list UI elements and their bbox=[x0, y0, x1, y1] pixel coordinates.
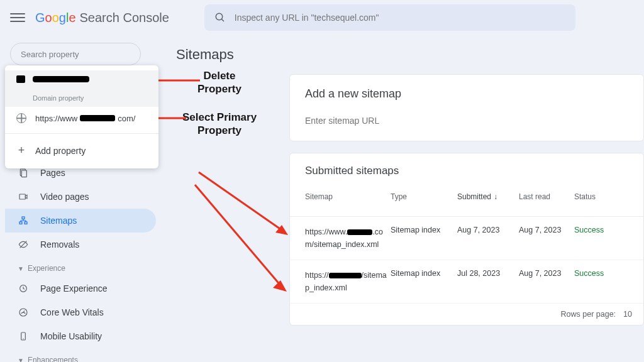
cell-type: Sitemap index bbox=[391, 226, 453, 234]
vitals-icon bbox=[18, 307, 29, 318]
removals-icon bbox=[18, 239, 29, 250]
sort-desc-icon: ↓ bbox=[494, 192, 497, 201]
chevron-down-icon: ▼ bbox=[18, 357, 24, 363]
section-label: Experience bbox=[28, 264, 65, 273]
nav-label: Page Experience bbox=[40, 283, 108, 293]
annotation-delete: DeleteProperty bbox=[197, 69, 242, 96]
search-property-placeholder: Search property bbox=[21, 50, 79, 59]
annotation-select: Select PrimaryProperty bbox=[182, 111, 257, 138]
pages-icon bbox=[18, 167, 29, 178]
svg-marker-21 bbox=[273, 280, 287, 292]
product-logo: Google Search Console bbox=[35, 11, 169, 25]
property-favicon bbox=[16, 75, 25, 83]
cell-submitted: Jul 28, 2023 bbox=[457, 269, 515, 278]
globe-icon bbox=[16, 113, 26, 123]
nav-section-experience[interactable]: ▼ Experience bbox=[5, 256, 156, 277]
add-sitemap-card: Add a new sitemap bbox=[289, 74, 644, 141]
product-name: Search Console bbox=[80, 11, 169, 25]
nav-label: Removals bbox=[40, 239, 79, 250]
svg-rect-4 bbox=[19, 194, 25, 199]
svg-line-1 bbox=[221, 19, 224, 21]
mobile-icon bbox=[18, 331, 29, 342]
cell-status: Success bbox=[574, 226, 622, 234]
cell-sitemap-url: https://www..com/sitemap_index.xml bbox=[305, 226, 387, 251]
sidebar-item-page-experience[interactable]: Page Experience bbox=[5, 277, 156, 300]
video-icon bbox=[18, 191, 29, 202]
svg-line-11 bbox=[23, 310, 25, 312]
sitemaps-icon bbox=[18, 215, 29, 226]
search-property-input[interactable]: Search property bbox=[10, 43, 141, 65]
section-label: Enhancements bbox=[28, 356, 78, 362]
property-dropdown: Domain property https://wwwcom/ + Add pr… bbox=[5, 65, 158, 168]
nav-label: Mobile Usability bbox=[40, 331, 102, 341]
table-header-row: Sitemap Type Submitted↓ Last read Status… bbox=[290, 186, 643, 217]
cell-status: Success bbox=[574, 269, 622, 278]
property-item-url[interactable]: https://wwwcom/ bbox=[5, 107, 158, 129]
sitemap-url-input[interactable] bbox=[305, 113, 628, 128]
cell-last-read: Aug 7, 2023 bbox=[519, 269, 570, 278]
property-item-domain[interactable]: Domain property bbox=[5, 70, 158, 107]
svg-rect-5 bbox=[22, 217, 25, 219]
cell-discovered: 2 bbox=[626, 269, 644, 278]
url-inspect-bar[interactable] bbox=[204, 4, 575, 31]
col-type[interactable]: Type bbox=[391, 192, 453, 201]
table-row[interactable]: https:///sitemap_index.xml Sitemap index… bbox=[290, 260, 643, 304]
nav-label: Pages bbox=[40, 168, 65, 178]
url-inspect-input[interactable] bbox=[235, 13, 565, 23]
col-discovered[interactable]: Discovered page bbox=[626, 192, 644, 210]
cell-discovered: 1 bbox=[626, 226, 644, 234]
property-url-text: https://wwwcom/ bbox=[35, 114, 135, 123]
col-status[interactable]: Status bbox=[574, 192, 622, 201]
add-property-button[interactable]: + Add property bbox=[5, 138, 158, 163]
sidebar-item-mobile-usability[interactable]: Mobile Usability bbox=[5, 324, 156, 348]
add-property-label: Add property bbox=[35, 146, 86, 156]
search-icon bbox=[214, 12, 226, 23]
svg-point-0 bbox=[216, 13, 223, 20]
rows-per-page-label: Rows per page: bbox=[561, 310, 616, 319]
annotation-arrow bbox=[192, 182, 291, 295]
submitted-heading: Submitted sitemaps bbox=[290, 153, 643, 186]
nav-section-enhancements[interactable]: ▼ Enhancements bbox=[5, 348, 156, 362]
svg-line-20 bbox=[195, 185, 280, 285]
hamburger-menu-icon[interactable] bbox=[10, 10, 25, 25]
svg-rect-3 bbox=[21, 170, 26, 177]
google-logo-text: Google bbox=[35, 11, 76, 25]
redacted-domain-name bbox=[33, 76, 89, 82]
table-row[interactable]: https://www..com/sitemap_index.xml Sitem… bbox=[290, 217, 643, 260]
col-last-read[interactable]: Last read bbox=[519, 192, 570, 201]
dropdown-separator bbox=[5, 133, 158, 134]
rows-per-page-value[interactable]: 10 bbox=[623, 310, 632, 319]
cell-sitemap-url: https:///sitemap_index.xml bbox=[305, 269, 387, 294]
nav-label: Video pages bbox=[40, 192, 89, 202]
svg-rect-6 bbox=[19, 222, 22, 224]
page-title: Sitemaps bbox=[176, 47, 644, 63]
sidebar-item-removals[interactable]: Removals bbox=[5, 233, 156, 256]
cell-submitted: Aug 7, 2023 bbox=[457, 226, 515, 234]
plus-icon: + bbox=[16, 144, 26, 157]
cell-last-read: Aug 7, 2023 bbox=[519, 226, 570, 234]
svg-rect-7 bbox=[25, 222, 27, 224]
sidebar-item-core-web-vitals[interactable]: Core Web Vitals bbox=[5, 300, 156, 324]
col-sitemap[interactable]: Sitemap bbox=[305, 192, 387, 201]
add-sitemap-heading: Add a new sitemap bbox=[305, 87, 628, 101]
sidebar-item-sitemaps[interactable]: Sitemaps bbox=[5, 209, 156, 233]
property-type-label: Domain property bbox=[33, 94, 84, 102]
cell-type: Sitemap index bbox=[391, 269, 453, 278]
chevron-down-icon: ▼ bbox=[18, 265, 24, 272]
table-pagination: Rows per page: 10 bbox=[290, 304, 643, 325]
col-submitted[interactable]: Submitted↓ bbox=[457, 192, 515, 201]
nav-label: Core Web Vitals bbox=[40, 307, 104, 317]
nav-label: Sitemaps bbox=[40, 216, 77, 226]
submitted-sitemaps-card: Submitted sitemaps Sitemap Type Submitte… bbox=[289, 153, 644, 326]
sidebar-item-video-pages[interactable]: Video pages bbox=[5, 185, 156, 209]
page-experience-icon bbox=[18, 283, 29, 294]
